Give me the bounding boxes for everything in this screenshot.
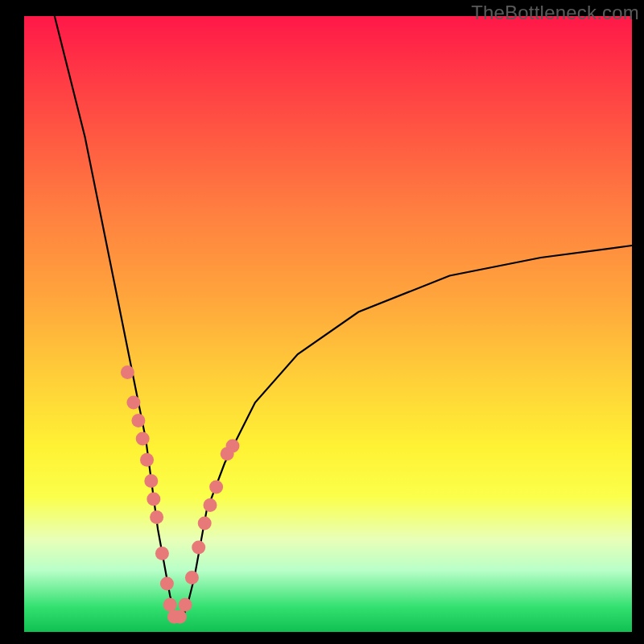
chart-frame: TheBottleneck.com [0,0,644,644]
sample-dot [136,432,150,446]
sample-dot [150,510,163,524]
sample-dot [140,453,154,467]
sample-dot [144,474,158,488]
sample-dots-group [121,365,240,624]
sample-dot [179,598,192,612]
watermark-text: TheBottleneck.com [471,2,639,24]
sample-dot [155,547,169,560]
bottleneck-curve [55,16,632,620]
sample-dot [147,493,160,506]
sample-dot [121,365,134,379]
sample-dot [226,440,240,453]
sample-dot [209,481,223,494]
sample-dot [198,517,212,530]
sample-dot [160,577,174,591]
sample-dot [126,396,140,410]
sample-dot [163,598,177,612]
sample-dot [131,414,145,427]
plot-area [24,16,632,632]
sample-dot [173,610,187,624]
sample-dot [204,498,217,512]
chart-svg [24,16,632,632]
sample-dot [192,541,205,555]
sample-dot [185,571,199,584]
